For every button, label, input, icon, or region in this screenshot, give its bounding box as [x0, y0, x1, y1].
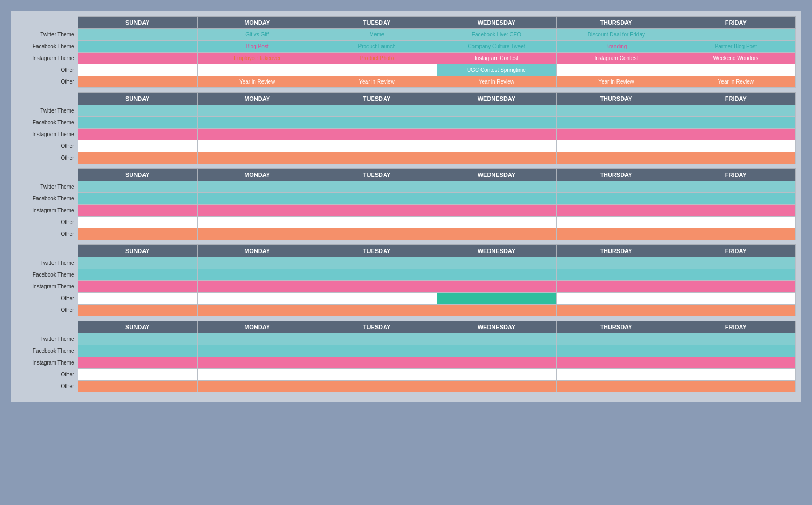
- cell-w4-facebook-fri[interactable]: [676, 269, 795, 281]
- cell-w5-other2-mon[interactable]: [197, 381, 317, 392]
- cell-w5-facebook-fri[interactable]: [676, 345, 795, 357]
- cell-w1-instagram-mon[interactable]: Employee Takeover: [197, 53, 317, 64]
- cell-w5-twitter-sun[interactable]: [78, 333, 197, 345]
- cell-w4-other2-fri[interactable]: [676, 305, 795, 316]
- cell-w3-twitter-sun[interactable]: [78, 181, 197, 193]
- cell-w3-instagram-thu[interactable]: [557, 205, 676, 217]
- cell-w4-other2-sun[interactable]: [78, 305, 197, 316]
- cell-w5-instagram-tue[interactable]: [317, 357, 437, 369]
- cell-w1-twitter-fri[interactable]: [676, 29, 795, 41]
- cell-w2-instagram-wed[interactable]: [437, 129, 556, 140]
- cell-w4-other2-thu[interactable]: [557, 305, 676, 316]
- cell-w2-other2-wed[interactable]: [437, 152, 556, 164]
- cell-w4-twitter-sun[interactable]: [78, 257, 197, 269]
- cell-w1-instagram-fri[interactable]: Weekend Wondors: [676, 53, 795, 64]
- cell-w1-other1-mon[interactable]: [197, 64, 317, 76]
- cell-w1-twitter-sun[interactable]: [78, 29, 197, 41]
- cell-w3-instagram-fri[interactable]: [676, 205, 795, 217]
- cell-w3-other1-sun[interactable]: [78, 217, 197, 228]
- cell-w2-other1-fri[interactable]: [676, 140, 795, 152]
- cell-w3-other1-thu[interactable]: [557, 217, 676, 228]
- cell-w1-instagram-wed[interactable]: Instagram Contest: [437, 53, 556, 64]
- cell-w2-facebook-fri[interactable]: [676, 117, 795, 129]
- cell-w4-twitter-tue[interactable]: [317, 257, 437, 269]
- cell-w2-facebook-wed[interactable]: [437, 117, 556, 129]
- cell-w3-other2-thu[interactable]: [557, 228, 676, 240]
- cell-w2-other1-mon[interactable]: [197, 140, 317, 152]
- cell-w1-other1-thu[interactable]: [557, 64, 676, 76]
- cell-w3-other1-wed[interactable]: [437, 217, 556, 228]
- cell-w4-other1-sun[interactable]: [78, 293, 197, 305]
- cell-w4-other1-thu[interactable]: [557, 293, 676, 305]
- cell-w5-other1-wed[interactable]: [437, 369, 556, 381]
- cell-w4-other1-mon[interactable]: [197, 293, 317, 305]
- cell-w4-twitter-fri[interactable]: [676, 257, 795, 269]
- cell-w5-other2-tue[interactable]: [317, 381, 437, 392]
- cell-w1-other2-wed[interactable]: Year in Review: [437, 76, 556, 88]
- cell-w4-instagram-thu[interactable]: [557, 281, 676, 293]
- cell-w5-facebook-wed[interactable]: [437, 345, 556, 357]
- cell-w4-twitter-wed[interactable]: [437, 257, 556, 269]
- cell-w4-instagram-tue[interactable]: [317, 281, 437, 293]
- cell-w5-twitter-wed[interactable]: [437, 333, 556, 345]
- cell-w3-other2-sun[interactable]: [78, 228, 197, 240]
- cell-w5-other1-mon[interactable]: [197, 369, 317, 381]
- cell-w3-facebook-wed[interactable]: [437, 193, 556, 205]
- cell-w1-facebook-tue[interactable]: Product Launch: [317, 41, 437, 53]
- cell-w2-instagram-mon[interactable]: [197, 129, 317, 140]
- cell-w1-facebook-mon[interactable]: Blog Post: [197, 41, 317, 53]
- cell-w5-other1-fri[interactable]: [676, 369, 795, 381]
- cell-w3-instagram-wed[interactable]: [437, 205, 556, 217]
- cell-w3-instagram-tue[interactable]: [317, 205, 437, 217]
- cell-w4-facebook-tue[interactable]: [317, 269, 437, 281]
- cell-w3-twitter-thu[interactable]: [557, 181, 676, 193]
- cell-w5-other1-tue[interactable]: [317, 369, 437, 381]
- cell-w1-instagram-tue[interactable]: Product Photo: [317, 53, 437, 64]
- cell-w5-facebook-thu[interactable]: [557, 345, 676, 357]
- cell-w1-other2-sun[interactable]: [78, 76, 197, 88]
- cell-w2-twitter-mon[interactable]: [197, 105, 317, 117]
- cell-w3-facebook-thu[interactable]: [557, 193, 676, 205]
- cell-w2-other2-mon[interactable]: [197, 152, 317, 164]
- cell-w5-instagram-sun[interactable]: [78, 357, 197, 369]
- cell-w2-twitter-sun[interactable]: [78, 105, 197, 117]
- cell-w1-other1-wed[interactable]: UGC Contest Springtime: [437, 64, 556, 76]
- cell-w4-other2-tue[interactable]: [317, 305, 437, 316]
- cell-w4-facebook-sun[interactable]: [78, 269, 197, 281]
- cell-w3-other2-fri[interactable]: [676, 228, 795, 240]
- cell-w3-twitter-wed[interactable]: [437, 181, 556, 193]
- cell-w5-other1-sun[interactable]: [78, 369, 197, 381]
- cell-w4-instagram-fri[interactable]: [676, 281, 795, 293]
- cell-w2-instagram-fri[interactable]: [676, 129, 795, 140]
- cell-w1-other1-tue[interactable]: [317, 64, 437, 76]
- cell-w1-other2-thu[interactable]: Year in Review: [557, 76, 676, 88]
- cell-w5-twitter-thu[interactable]: [557, 333, 676, 345]
- cell-w2-other2-tue[interactable]: [317, 152, 437, 164]
- cell-w1-twitter-mon[interactable]: Gif vs Giff: [197, 29, 317, 41]
- cell-w4-instagram-wed[interactable]: [437, 281, 556, 293]
- cell-w2-other1-sun[interactable]: [78, 140, 197, 152]
- cell-w1-twitter-tue[interactable]: Meme: [317, 29, 437, 41]
- cell-w2-twitter-wed[interactable]: [437, 105, 556, 117]
- cell-w5-instagram-wed[interactable]: [437, 357, 556, 369]
- cell-w5-other2-fri[interactable]: [676, 381, 795, 392]
- cell-w4-other2-mon[interactable]: [197, 305, 317, 316]
- cell-w3-other1-fri[interactable]: [676, 217, 795, 228]
- cell-w2-other1-thu[interactable]: [557, 140, 676, 152]
- cell-w1-other2-mon[interactable]: Year in Review: [197, 76, 317, 88]
- cell-w5-facebook-tue[interactable]: [317, 345, 437, 357]
- cell-w2-facebook-sun[interactable]: [78, 117, 197, 129]
- cell-w2-instagram-tue[interactable]: [317, 129, 437, 140]
- cell-w5-facebook-sun[interactable]: [78, 345, 197, 357]
- cell-w1-facebook-fri[interactable]: Partner Blog Post: [676, 41, 795, 53]
- cell-w2-facebook-thu[interactable]: [557, 117, 676, 129]
- cell-w1-twitter-thu[interactable]: Discount Deal for Friday: [557, 29, 676, 41]
- cell-w3-other2-tue[interactable]: [317, 228, 437, 240]
- cell-w4-other1-wed[interactable]: [437, 293, 556, 305]
- cell-w2-other2-fri[interactable]: [676, 152, 795, 164]
- cell-w3-twitter-fri[interactable]: [676, 181, 795, 193]
- cell-w2-other2-thu[interactable]: [557, 152, 676, 164]
- cell-w2-twitter-tue[interactable]: [317, 105, 437, 117]
- cell-w5-twitter-mon[interactable]: [197, 333, 317, 345]
- cell-w1-other2-tue[interactable]: Year in Review: [317, 76, 437, 88]
